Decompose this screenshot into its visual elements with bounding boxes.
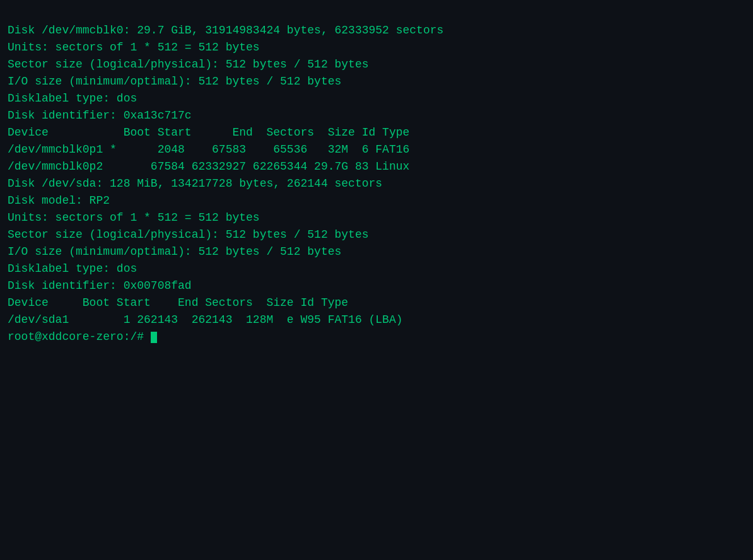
terminal-line: Units: sectors of 1 * 512 = 512 bytes bbox=[8, 209, 745, 226]
terminal-line: Sector size (logical/physical): 512 byte… bbox=[8, 226, 745, 243]
terminal-line: I/O size (minimum/optimal): 512 bytes / … bbox=[8, 73, 745, 90]
terminal-line: Device Boot Start End Sectors Size Id Ty… bbox=[8, 124, 745, 141]
terminal-line: /dev/mmcblk0p2 67584 62332927 62265344 2… bbox=[8, 158, 745, 175]
terminal-line: Disk model: RP2 bbox=[8, 192, 745, 209]
terminal-line: root@xddcore-zero:/# bbox=[8, 329, 745, 346]
terminal-cursor bbox=[151, 332, 157, 343]
terminal-line: Disk /dev/sda: 128 MiB, 134217728 bytes,… bbox=[8, 175, 745, 192]
terminal-line: I/O size (minimum/optimal): 512 bytes / … bbox=[8, 243, 745, 260]
terminal-line: Disklabel type: dos bbox=[8, 260, 745, 277]
terminal-line: Disk identifier: 0x00708fad bbox=[8, 277, 745, 295]
terminal-line: /dev/sda1 1 262143 262143 128M e W95 FAT… bbox=[8, 312, 745, 329]
terminal-line: Device Boot Start End Sectors Size Id Ty… bbox=[8, 295, 745, 312]
terminal-window: Disk /dev/mmcblk0: 29.7 GiB, 31914983424… bbox=[8, 5, 745, 555]
terminal-line: Disk /dev/mmcblk0: 29.7 GiB, 31914983424… bbox=[8, 22, 745, 39]
terminal-line: Units: sectors of 1 * 512 = 512 bytes bbox=[8, 39, 745, 56]
terminal-line: Disklabel type: dos bbox=[8, 90, 745, 107]
terminal-line: /dev/mmcblk0p1 * 2048 67583 65536 32M 6 … bbox=[8, 141, 745, 158]
terminal-line: Disk identifier: 0xa13c717c bbox=[8, 107, 745, 124]
terminal-line: Sector size (logical/physical): 512 byte… bbox=[8, 56, 745, 73]
